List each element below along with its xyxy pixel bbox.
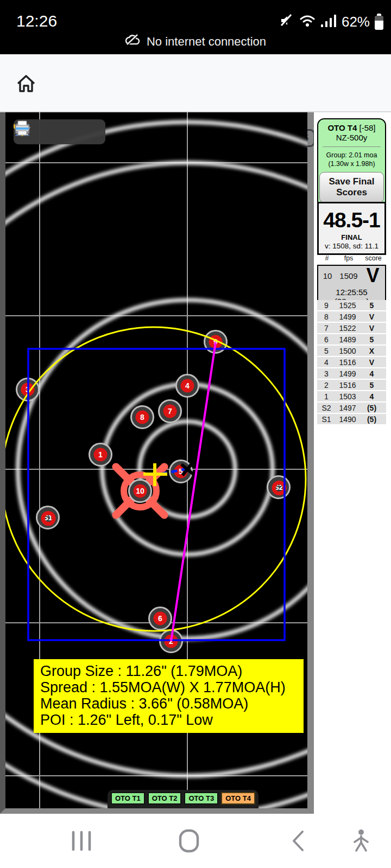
score-table-header: # fps score [317,254,386,262]
signal-icon [320,13,337,30]
session-title: OTO T4 [-58] [319,123,384,132]
home-icon[interactable] [15,72,37,97]
browser-toolbar: 192.168.0.47 5 [0,54,391,112]
latest-shot-number: 10 [318,271,337,280]
stats-line: Mean Radius : 3.66" (0.58MOA) [40,695,297,712]
target-frame: 934781510S2S162 Group Size : 11.26" (1.7… [0,112,314,814]
stats-line: POI : 1.26" Left, 0.17" Low [40,712,297,728]
divider [323,146,381,147]
score-row-6[interactable]: 614895 [317,334,386,346]
session-panel: OTO T4 [-58] NZ-500y Group: 2.01 moa (1.… [317,118,386,209]
total-score-panel: 48.5-1 FINAL v: 1508, sd: 11.1 [317,202,386,255]
tab-oto-t2[interactable]: OTO T2 [148,792,182,805]
total-score: 48.5-1 [319,208,384,232]
target-tab-bar: OTO T1OTO T2OTO T3OTO T4 [108,790,258,808]
clock: 12:26 [16,12,57,30]
latest-shot-score: V [361,267,385,284]
mute-icon [279,13,294,30]
recents-button[interactable] [60,814,103,868]
stats-line: Spread : 1.55MOA(W) X 1.77MOA(H) [40,679,297,695]
no-internet-banner: No internet connection [0,34,391,50]
score-row-1[interactable]: 115034 [317,391,386,403]
stats-line: Group Size : 11.26" (1.79MOA) [40,663,297,679]
save-final-scores-button[interactable]: Save Final Scores [319,172,384,203]
poi-cross [143,463,167,486]
score-row-4[interactable]: 41516V [317,357,386,368]
no-internet-text: No internet connection [147,35,266,49]
accessibility-button[interactable] [339,814,383,868]
cloud-off-icon [125,34,140,50]
tab-oto-t4[interactable]: OTO T4 [221,792,255,805]
score-row-7[interactable]: 71522V [317,323,386,334]
target-canvas[interactable]: 934781510S2S162 Group Size : 11.26" (1.7… [5,112,307,808]
score-row-S1[interactable]: S11490(5) [317,414,386,425]
group-dims: (1.30w x 1.98h) [319,160,384,168]
group-moa: Group: 2.01 moa [319,151,384,159]
tab-oto-t1[interactable]: OTO T1 [111,792,145,805]
home-button[interactable] [167,814,211,868]
latest-shot-time: 12:25:55 [318,288,385,297]
score-row-8[interactable]: 81499V [317,311,386,323]
velocity-sd: v: 1508, sd: 11.1 [319,242,384,250]
tab-oto-t3[interactable]: OTO T3 [184,792,218,805]
android-nav-bar [0,814,391,868]
app-toolbar [14,119,105,144]
score-sidebar: OTO T4 [-58] NZ-500y Group: 2.01 moa (1.… [314,112,391,814]
score-table: 91525581499V71522V61489551500X41516V3149… [317,300,386,425]
group-stats-box: Group Size : 11.26" (1.79MOA)Spread : 1.… [34,659,304,733]
extreme-spread-line [171,342,216,641]
wifi-icon [299,14,316,30]
latest-shot-fps: 1509 [337,271,361,280]
battery-icon [375,14,383,30]
session-range: NZ-500y [319,133,384,142]
status-bar: 12:26 62% No internet connection [0,0,391,54]
score-row-3[interactable]: 314994 [317,368,386,380]
score-row-2[interactable]: 215165 [317,380,386,391]
score-row-S2[interactable]: S21497(5) [317,403,386,414]
score-row-5[interactable]: 51500X [317,346,386,357]
final-label: FINAL [319,233,384,241]
spread-box [28,349,285,640]
printer-icon[interactable] [83,123,101,141]
battery-percent: 62% [342,14,370,30]
folder-icon[interactable] [61,123,79,141]
back-button[interactable] [276,814,319,868]
score-row-9[interactable]: 915255 [317,300,386,311]
notes-icon[interactable] [40,123,58,141]
